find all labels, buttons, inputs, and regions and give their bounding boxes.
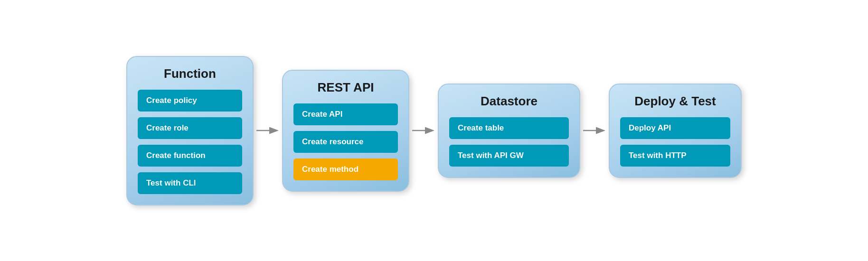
panel-datastore: Datastore Create table Test with API GW bbox=[438, 84, 580, 178]
create-function-button[interactable]: Create function bbox=[138, 145, 242, 167]
panel-deploy-test-title: Deploy & Test bbox=[620, 94, 730, 109]
test-api-gw-button[interactable]: Test with API GW bbox=[449, 145, 569, 167]
create-role-button[interactable]: Create role bbox=[138, 117, 242, 139]
arrow-3 bbox=[580, 122, 609, 139]
panel-rest-api: REST API Create API Create resource Crea… bbox=[282, 70, 409, 192]
panel-deploy-test: Deploy & Test Deploy API Test with HTTP bbox=[609, 84, 742, 178]
deploy-api-button[interactable]: Deploy API bbox=[620, 117, 730, 139]
panel-function: Function Create policy Create role Creat… bbox=[126, 56, 254, 205]
create-table-button[interactable]: Create table bbox=[449, 117, 569, 139]
create-api-button[interactable]: Create API bbox=[293, 103, 398, 125]
arrow-2 bbox=[409, 122, 438, 139]
test-cli-button[interactable]: Test with CLI bbox=[138, 172, 242, 194]
create-policy-button[interactable]: Create policy bbox=[138, 90, 242, 112]
create-method-button[interactable]: Create method bbox=[293, 158, 398, 180]
arrow-1 bbox=[254, 122, 282, 139]
test-http-button[interactable]: Test with HTTP bbox=[620, 145, 730, 167]
create-resource-button[interactable]: Create resource bbox=[293, 131, 398, 153]
diagram: Function Create policy Create role Creat… bbox=[107, 47, 761, 215]
panel-function-title: Function bbox=[138, 66, 242, 81]
panel-rest-api-title: REST API bbox=[293, 80, 398, 95]
panel-datastore-title: Datastore bbox=[449, 94, 569, 109]
